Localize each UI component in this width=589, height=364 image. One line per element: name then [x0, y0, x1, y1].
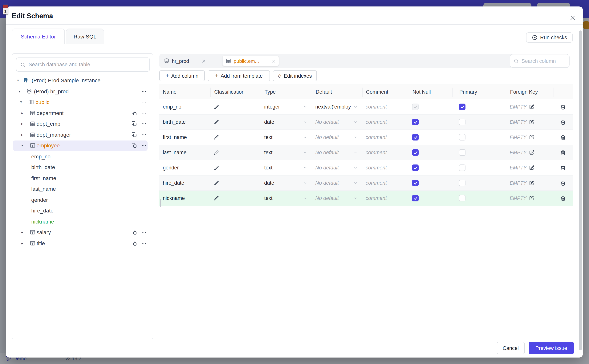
primary-checkbox[interactable]: [459, 149, 465, 156]
primary-checkbox[interactable]: [459, 164, 465, 171]
more-menu-icon[interactable]: [141, 89, 147, 94]
type-select[interactable]: date: [261, 115, 312, 130]
chevron-down-icon[interactable]: ▾: [17, 79, 19, 82]
primary-checkbox[interactable]: [459, 195, 465, 202]
tree-item-dept-manager[interactable]: ▸dept_manager: [12, 129, 153, 140]
tab-schema-editor[interactable]: Schema Editor: [12, 29, 65, 44]
chevron-down-icon[interactable]: ▾: [19, 90, 20, 93]
not-null-checkbox[interactable]: [412, 149, 419, 156]
tree-item-birth-date[interactable]: birth_date: [12, 162, 153, 173]
type-select[interactable]: text: [261, 145, 312, 160]
editor-tab-hr-prod[interactable]: hr_prod: [161, 56, 209, 66]
type-select[interactable]: date: [261, 176, 312, 190]
column-name[interactable]: first_name: [159, 130, 210, 145]
more-menu-icon[interactable]: [141, 230, 147, 235]
foreign-key-edit[interactable]: EMPTY: [510, 150, 534, 155]
tree-item-salary[interactable]: ▸salary: [12, 227, 153, 238]
add-from-template-button[interactable]: + Add from template: [208, 71, 270, 81]
chevron-right-icon[interactable]: ▸: [21, 133, 23, 137]
default-select[interactable]: No default: [312, 115, 362, 130]
tree-item--prod-prod-sample-instance[interactable]: ▾(Prod) Prod Sample Instance: [12, 75, 153, 86]
default-select[interactable]: No default: [312, 130, 362, 145]
column-search-input[interactable]: [522, 58, 566, 64]
chevron-down-icon[interactable]: ▾: [20, 100, 22, 104]
classification-edit[interactable]: [210, 115, 261, 130]
chevron-right-icon[interactable]: ▸: [21, 122, 23, 126]
type-select[interactable]: text: [261, 160, 312, 175]
close-tab-icon[interactable]: [272, 59, 276, 63]
foreign-key-edit[interactable]: EMPTY: [510, 165, 534, 170]
default-select[interactable]: No default: [312, 191, 362, 206]
comment-field[interactable]: comment: [362, 160, 409, 175]
copy-icon[interactable]: [132, 132, 137, 137]
chevron-right-icon[interactable]: ▸: [21, 231, 23, 234]
foreign-key-edit[interactable]: EMPTY: [510, 104, 534, 110]
not-null-checkbox[interactable]: [412, 180, 419, 186]
primary-checkbox[interactable]: [459, 104, 465, 110]
copy-icon[interactable]: [132, 241, 137, 246]
tree-item-dept-emp[interactable]: ▸dept_emp: [12, 118, 153, 129]
tree-item-title[interactable]: ▸title: [12, 238, 153, 249]
not-null-checkbox[interactable]: [412, 119, 419, 125]
comment-field[interactable]: comment: [362, 176, 409, 190]
classification-edit[interactable]: [210, 99, 261, 114]
tree-item-public[interactable]: ▾public: [12, 97, 153, 108]
column-name[interactable]: last_name: [159, 145, 210, 160]
delete-column-button[interactable]: [554, 191, 573, 206]
foreign-key-edit[interactable]: EMPTY: [510, 119, 534, 125]
tree-item-hire-date[interactable]: hire_date: [12, 205, 153, 216]
delete-column-button[interactable]: [554, 160, 573, 175]
dialog-scrollbar[interactable]: [579, 31, 582, 350]
panel-resize-handle[interactable]: [159, 199, 162, 209]
type-select[interactable]: integer: [261, 99, 312, 114]
default-select[interactable]: No default: [312, 145, 362, 160]
copy-icon[interactable]: [132, 110, 137, 116]
comment-field[interactable]: comment: [362, 191, 409, 206]
not-null-checkbox[interactable]: [412, 164, 419, 171]
primary-checkbox[interactable]: [459, 119, 465, 125]
classification-edit[interactable]: [210, 145, 261, 160]
more-menu-icon[interactable]: [141, 132, 147, 138]
editor-tab-public-employee[interactable]: public.em...: [222, 56, 279, 66]
tree-item-nickname[interactable]: nickname: [12, 216, 153, 227]
not-null-checkbox[interactable]: [412, 195, 419, 202]
default-select[interactable]: nextval('employ: [312, 99, 362, 114]
default-select[interactable]: No default: [312, 176, 362, 190]
type-select[interactable]: text: [261, 191, 312, 206]
primary-checkbox[interactable]: [459, 134, 465, 141]
tree-item--prod-hr-prod[interactable]: ▾(Prod) hr_prod: [12, 86, 153, 97]
more-menu-icon[interactable]: [141, 121, 147, 127]
tree-search-input[interactable]: [29, 62, 146, 67]
tree-item-emp-no[interactable]: emp_no: [12, 151, 153, 162]
not-null-checkbox[interactable]: [412, 134, 419, 141]
run-checks-button[interactable]: Run checks: [526, 32, 573, 43]
delete-column-button[interactable]: [554, 115, 573, 130]
edit-indexes-button[interactable]: ◇ Edit indexes: [273, 71, 317, 81]
tree-search-box[interactable]: [16, 58, 150, 72]
tree-item-employee[interactable]: ▾employee: [12, 140, 153, 151]
classification-edit[interactable]: [210, 176, 261, 190]
column-name[interactable]: birth_date: [159, 115, 210, 130]
classification-edit[interactable]: [210, 191, 261, 206]
column-name[interactable]: emp_no: [159, 99, 210, 114]
column-name[interactable]: hire_date: [159, 176, 210, 190]
comment-field[interactable]: comment: [362, 145, 409, 160]
tab-raw-sql[interactable]: Raw SQL: [66, 29, 104, 44]
comment-field[interactable]: comment: [362, 130, 409, 145]
column-name[interactable]: gender: [159, 160, 210, 175]
chevron-right-icon[interactable]: ▸: [21, 241, 23, 245]
delete-column-button[interactable]: [554, 176, 573, 190]
delete-column-button[interactable]: [554, 130, 573, 145]
add-column-button[interactable]: + Add column: [159, 71, 205, 81]
chevron-right-icon[interactable]: ▸: [21, 111, 23, 115]
tree-item-first-name[interactable]: first_name: [12, 173, 153, 183]
copy-icon[interactable]: [132, 143, 137, 148]
close-icon[interactable]: [568, 13, 578, 23]
column-name[interactable]: nickname: [159, 191, 210, 206]
classification-edit[interactable]: [210, 160, 261, 175]
chevron-down-icon[interactable]: ▾: [21, 144, 23, 148]
foreign-key-edit[interactable]: EMPTY: [510, 180, 534, 186]
close-tab-icon[interactable]: [202, 59, 206, 63]
tree-item-gender[interactable]: gender: [12, 194, 153, 205]
classification-edit[interactable]: [210, 130, 261, 145]
